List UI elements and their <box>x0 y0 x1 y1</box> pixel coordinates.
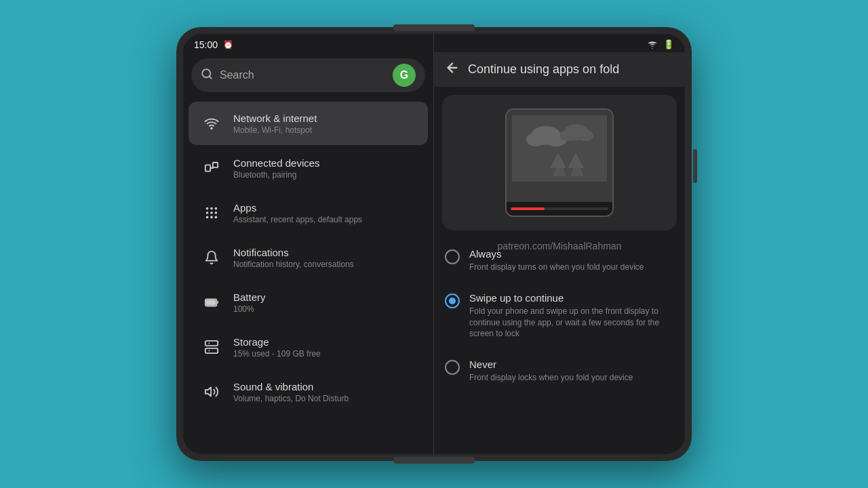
svg-rect-17 <box>207 300 216 304</box>
never-text-wrap: Never Front display locks when you fold … <box>469 359 674 384</box>
avatar[interactable]: G <box>393 64 416 87</box>
connected-item-subtitle: Bluetooth, pairing <box>233 170 320 180</box>
storage-item-title: Storage <box>233 336 321 348</box>
battery-icon <box>199 290 224 314</box>
battery-item-title: Battery <box>233 291 266 303</box>
watermark-text: patreon.com/MishaalRahman <box>495 238 625 254</box>
preview-screen <box>507 110 612 202</box>
radio-inner-swipe <box>449 298 456 304</box>
notifications-item-title: Notifications <box>233 247 354 258</box>
right-panel: 🔋 Continue using apps on fold <box>434 34 685 454</box>
svg-rect-3 <box>205 165 210 171</box>
status-bar: 15:00 ⏰ <box>183 34 433 53</box>
sidebar-item-apps[interactable]: Apps Assistant, recent apps, default app… <box>189 191 428 235</box>
apps-item-title: Apps <box>233 202 362 214</box>
status-time: 15:00 ⏰ <box>194 39 233 50</box>
sidebar-item-connected[interactable]: Connected devices Bluetooth, pairing <box>189 146 428 190</box>
storage-item-text: Storage 15% used - 109 GB free <box>233 336 321 359</box>
search-bar-container: Search G <box>183 53 433 100</box>
right-content: Always Front display turns on when you f… <box>434 87 685 454</box>
swipe-label: Swipe up to continue <box>469 292 674 304</box>
sidebar-item-storage[interactable]: Storage 15% used - 109 GB free <box>189 325 428 369</box>
apps-icon <box>199 201 224 225</box>
svg-point-10 <box>210 211 213 214</box>
notifications-item-subtitle: Notification history, conversations <box>233 260 354 269</box>
sidebar-item-sound[interactable]: Sound & vibration Volume, haptics, Do No… <box>189 370 428 413</box>
svg-rect-4 <box>213 163 218 167</box>
device-screen: 15:00 ⏰ Search G <box>183 34 685 454</box>
search-bar[interactable]: Search G <box>191 58 425 92</box>
never-desc: Front display locks when you fold your d… <box>469 372 674 384</box>
svg-rect-38 <box>512 182 607 197</box>
radio-always[interactable] <box>445 249 460 264</box>
svg-rect-19 <box>205 341 218 346</box>
fold-preview-area <box>442 95 677 230</box>
svg-point-7 <box>210 207 213 210</box>
device: 15:00 ⏰ Search G <box>176 27 692 461</box>
network-item-subtitle: Mobile, Wi-Fi, hotspot <box>233 125 317 135</box>
svg-point-11 <box>215 211 218 214</box>
sound-item-title: Sound & vibration <box>233 381 349 392</box>
battery-item-subtitle: 100% <box>233 304 266 314</box>
left-panel: 15:00 ⏰ Search G <box>183 34 434 454</box>
notifications-icon <box>199 245 224 270</box>
phone-preview <box>505 108 614 217</box>
battery-status-icon: 🔋 <box>663 39 674 52</box>
back-button[interactable] <box>445 60 460 79</box>
preview-progress-fill <box>511 207 545 210</box>
right-panel-title: Continue using apps on fold <box>468 62 619 77</box>
svg-point-9 <box>206 211 209 214</box>
svg-point-23 <box>652 48 652 49</box>
side-button[interactable] <box>693 149 697 183</box>
sound-icon <box>199 380 224 404</box>
sidebar-item-battery[interactable]: Battery 100% <box>189 281 428 324</box>
sidebar-item-notifications[interactable]: Notifications Notification history, conv… <box>189 236 428 279</box>
option-never[interactable]: Never Front display locks when you fold … <box>434 349 685 393</box>
sound-item-subtitle: Volume, haptics, Do Not Disturb <box>233 394 349 403</box>
right-header: Continue using apps on fold <box>434 52 685 87</box>
preview-progress-bar <box>511 207 608 210</box>
connected-item-text: Connected devices Bluetooth, pairing <box>233 157 320 180</box>
radio-never[interactable] <box>445 360 460 375</box>
svg-point-30 <box>559 130 576 141</box>
svg-point-27 <box>526 133 545 146</box>
svg-line-1 <box>209 76 211 78</box>
preview-scene-svg <box>512 115 607 197</box>
svg-point-6 <box>206 207 209 210</box>
sidebar-item-network[interactable]: Network & internet Mobile, Wi-Fi, hotspo… <box>189 102 428 145</box>
search-icon <box>201 68 213 83</box>
always-desc: Front display turns on when you fold you… <box>469 262 674 273</box>
svg-point-14 <box>215 216 218 219</box>
svg-marker-22 <box>205 388 211 396</box>
storage-item-subtitle: 15% used - 109 GB free <box>233 349 321 359</box>
top-hinge <box>393 24 475 31</box>
status-clock-icon: ⏰ <box>223 40 233 49</box>
radio-swipe[interactable] <box>445 293 460 308</box>
network-item-text: Network & internet Mobile, Wi-Fi, hotspo… <box>233 113 317 135</box>
sound-item-text: Sound & vibration Volume, haptics, Do No… <box>233 381 349 403</box>
svg-point-2 <box>211 127 212 129</box>
wifi-status-icon <box>647 39 658 52</box>
swipe-text-wrap: Swipe up to continue Fold your phone and… <box>469 292 674 340</box>
option-swipe[interactable]: Swipe up to continue Fold your phone and… <box>434 283 685 349</box>
storage-icon <box>199 335 224 359</box>
network-item-title: Network & internet <box>233 113 317 124</box>
never-label: Never <box>469 359 674 370</box>
svg-point-13 <box>210 216 213 219</box>
connected-devices-icon <box>199 156 224 180</box>
bottom-hinge <box>393 457 475 464</box>
svg-point-12 <box>206 216 209 219</box>
battery-item-text: Battery 100% <box>233 291 266 314</box>
search-input[interactable]: Search <box>220 69 386 81</box>
svg-point-31 <box>577 130 593 141</box>
notifications-item-text: Notifications Notification history, conv… <box>233 247 354 269</box>
preview-bottom <box>507 202 612 216</box>
apps-item-text: Apps Assistant, recent apps, default app… <box>233 202 362 224</box>
right-status-bar: 🔋 <box>434 34 685 52</box>
apps-item-subtitle: Assistant, recent apps, default apps <box>233 215 362 224</box>
svg-rect-20 <box>205 348 218 353</box>
connected-item-title: Connected devices <box>233 157 320 169</box>
wifi-icon <box>199 111 224 136</box>
swipe-desc: Fold your phone and swipe up on the fron… <box>469 306 674 340</box>
settings-list: Network & internet Mobile, Wi-Fi, hotspo… <box>183 100 433 454</box>
